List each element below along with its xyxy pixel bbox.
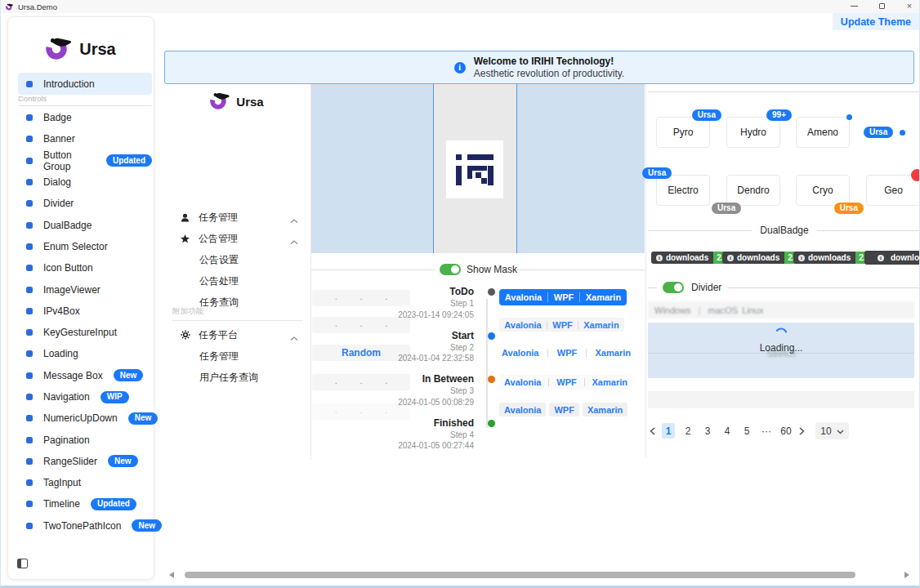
wpf-button[interactable]: WPF [557, 348, 577, 358]
page-button-4[interactable]: 4 [721, 423, 734, 439]
xamarin-button[interactable]: Xamarin [583, 320, 619, 330]
card-label: Pyro [673, 127, 694, 138]
page-button-60[interactable]: 60 [779, 423, 793, 439]
sidebar-item[interactable]: ImageViewer [18, 278, 152, 300]
crop-line-right[interactable] [516, 84, 517, 253]
tab-windows[interactable]: Windows [654, 305, 691, 315]
xamarin-button[interactable]: Xamarin [583, 403, 627, 416]
wpf-button[interactable]: WPF [556, 377, 576, 387]
avalonia-button[interactable]: Avalonia [505, 292, 542, 302]
sidebar-item[interactable]: IPv4Box [18, 301, 152, 322]
scroll-right-icon[interactable] [904, 572, 909, 578]
sidebar-item[interactable]: TagInput [18, 472, 152, 493]
viewer-mask-left [311, 84, 433, 253]
sidebar-item[interactable]: Pagination [18, 429, 152, 450]
bullet-icon [26, 372, 33, 379]
image-viewer[interactable] [311, 84, 645, 253]
tab-macos[interactable]: macOS [708, 305, 738, 315]
timeline-step: Start Step 2 2024-01-04 22:32:58 [385, 330, 496, 364]
divider-toggle[interactable] [663, 282, 684, 293]
card-label: Electro [668, 185, 698, 196]
sidebar-item-label: Timeline [43, 498, 80, 510]
page-button-2[interactable]: 2 [681, 423, 694, 439]
page-ellipsis[interactable]: ··· [760, 423, 773, 439]
status-badge: WIP [100, 391, 129, 403]
status-badge: New [128, 412, 159, 425]
menu-item-announcement-processing[interactable]: 公告处理 [164, 270, 310, 292]
sidebar-item[interactable]: Icon Button [18, 257, 152, 278]
status-badge: New [132, 519, 162, 532]
page-button-1[interactable]: 1 [662, 423, 675, 439]
button-group-light: Avalonia WPF Xamarin [499, 318, 624, 332]
chevron-left-icon[interactable] [650, 427, 655, 435]
menu-item-user-task-query[interactable]: 用户任务查询 [164, 367, 310, 388]
horizontal-scrollbar[interactable] [185, 572, 855, 578]
update-theme-button[interactable]: Update Theme [833, 13, 919, 30]
menu-group-announcement[interactable]: 公告管理 [164, 228, 310, 249]
sidebar-item[interactable]: Enum Selector [18, 236, 152, 257]
sidebar-item[interactable]: TwoTonePathIcon New [18, 515, 152, 537]
xamarin-button[interactable]: Xamarin [592, 377, 627, 387]
ipv4-separator: . [360, 292, 362, 301]
divider-label: Divider [691, 282, 721, 293]
sidebar-item[interactable]: Badge [18, 107, 152, 128]
sidebar-item[interactable]: RangeSlider New [18, 451, 152, 472]
sidebar-item[interactable]: Button Group Updated [18, 150, 152, 172]
sidebar-item[interactable]: Navigation WIP [18, 386, 152, 408]
sidebar-item[interactable]: NumericUpDown New [18, 408, 152, 429]
crop-line-left[interactable] [433, 84, 434, 253]
sidebar-item[interactable]: Dialog [18, 172, 152, 193]
ipv4-separator: . [335, 376, 337, 385]
menu-group-task-platform[interactable]: 任务平台 [164, 324, 310, 345]
close-button[interactable]: × [904, 2, 914, 11]
sidebar-item-label: Message Box [43, 370, 103, 381]
show-mask-toggle[interactable] [440, 264, 461, 275]
dual-badge-large: idownloads 2.4k [864, 251, 920, 265]
page-size-select[interactable]: 10 [815, 422, 849, 439]
avalonia-button[interactable]: Avalonia [502, 348, 538, 358]
card-label: Dendro [737, 185, 769, 196]
xamarin-button[interactable]: Xamarin [586, 292, 621, 302]
sidebar-item[interactable]: Timeline Updated [18, 493, 152, 514]
chevron-right-icon[interactable] [799, 427, 805, 435]
menu-group-task-management[interactable]: 任务管理 [164, 207, 310, 228]
page-button-3[interactable]: 3 [701, 423, 714, 439]
bullet-icon [26, 136, 33, 142]
empty-bar [648, 391, 914, 408]
bullet-icon [26, 114, 33, 121]
app-window: Ursa.Demo × Update Theme Ursa Introducti… [0, 0, 920, 588]
minimize-button[interactable] [849, 2, 859, 11]
sidebar-item[interactable]: KeyGestureInput [18, 322, 152, 343]
page-button-5[interactable]: 5 [740, 423, 753, 439]
star-icon [181, 234, 199, 243]
menu-item-task-management[interactable]: 任务管理 [164, 345, 310, 367]
wpf-button[interactable]: WPF [552, 320, 572, 330]
collapse-sidebar-icon[interactable] [17, 559, 28, 568]
dual-badge-label: downloads [666, 253, 708, 262]
xamarin-button[interactable]: Xamarin [596, 348, 631, 358]
avalonia-button[interactable]: Avalonia [504, 377, 541, 387]
sidebar-item[interactable]: DualBadge [18, 214, 152, 235]
avalonia-button[interactable]: Avalonia [504, 320, 541, 330]
sidebar-item[interactable]: Banner [18, 128, 152, 149]
sidebar-item[interactable]: Loading [18, 343, 152, 364]
ursa-logo-icon [210, 91, 231, 113]
timeline-step-title: Start [385, 330, 474, 342]
scroll-left-icon[interactable] [169, 572, 174, 578]
irihi-logo-image [446, 140, 503, 198]
timeline-step-name: Step 2 [385, 342, 474, 354]
maximize-button[interactable] [877, 2, 887, 11]
tab-linux[interactable]: Linux [742, 305, 763, 315]
sidebar-section-label: Controls [18, 94, 152, 106]
avalonia-button[interactable]: Avalonia [499, 403, 546, 416]
info-icon: i [454, 62, 466, 74]
menu-item-announcement-settings[interactable]: 公告设置 [164, 249, 310, 270]
sidebar-item[interactable]: Message Box New [18, 365, 152, 386]
menu-group-label: 任务平台 [199, 328, 238, 342]
wpf-button[interactable]: WPF [549, 403, 578, 416]
user-icon [181, 213, 199, 222]
badge-card-ameno: Ameno [796, 117, 850, 148]
wpf-button[interactable]: WPF [554, 292, 574, 302]
sidebar-item[interactable]: Divider [18, 193, 152, 214]
sidebar-item-introduction[interactable]: Introduction [18, 73, 152, 95]
